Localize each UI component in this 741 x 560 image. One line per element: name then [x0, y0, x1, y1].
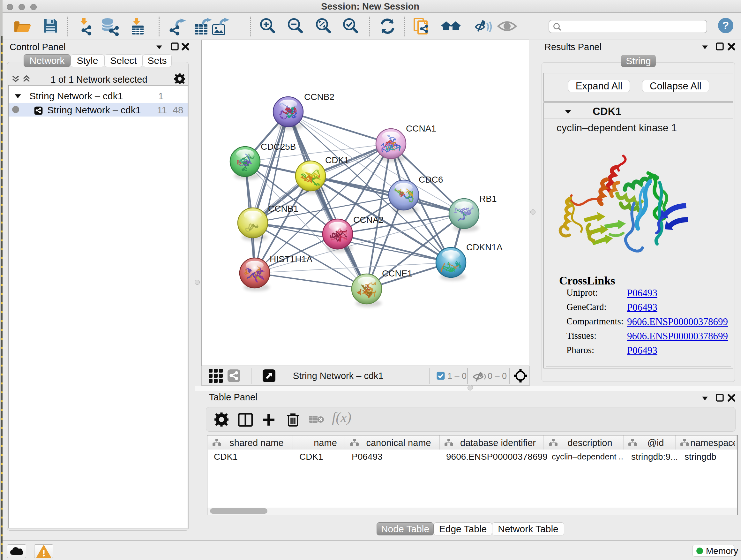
svg-text:HIST1H1A: HIST1H1A [270, 254, 313, 264]
svg-text:?: ? [723, 19, 729, 31]
svg-text:CCNB2: CCNB2 [304, 92, 334, 102]
svg-text:CCNE1: CCNE1 [382, 268, 412, 278]
svg-text:CCNB1: CCNB1 [268, 204, 298, 213]
svg-text:RB1: RB1 [479, 194, 496, 204]
svg-text:CDKN1A: CDKN1A [466, 242, 502, 252]
svg-text:CCNA2: CCNA2 [353, 215, 384, 225]
svg-text:CDK1: CDK1 [325, 155, 349, 165]
svg-text:CCNA1: CCNA1 [406, 124, 436, 133]
svg-text:CDC25B: CDC25B [261, 142, 296, 152]
svg-text:CDC6: CDC6 [419, 175, 443, 185]
